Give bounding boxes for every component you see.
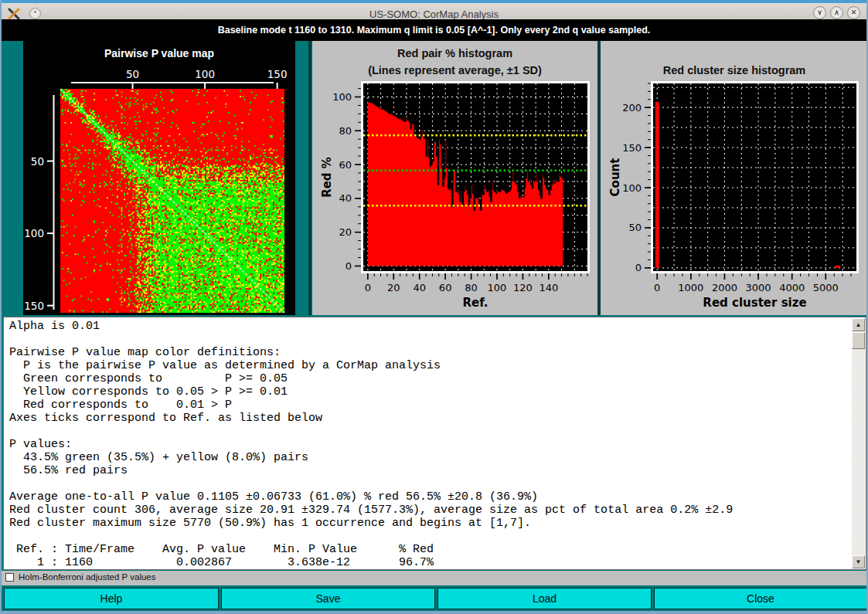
svg-text:Count: Count (608, 158, 622, 197)
checkbox-row: Holm-Bonferroni adjusted P values (2, 571, 866, 585)
svg-text:Red %: Red % (320, 157, 334, 198)
svg-text:150: 150 (622, 142, 642, 154)
status-banner: Baseline mode t 1160 to 1310. Maximum q … (2, 19, 866, 41)
red-pair-plot: 020406080100120140020406080100Ref.Red % (312, 41, 597, 315)
minimize-button[interactable]: ∨ (813, 6, 826, 19)
svg-text:150: 150 (24, 300, 44, 312)
red-pair-panel: Red pair % histogram (Lines represent av… (312, 41, 597, 315)
svg-text:20: 20 (387, 282, 400, 293)
close-button[interactable]: Close (654, 588, 867, 609)
svg-text:0: 0 (365, 282, 371, 293)
svg-text:2000: 2000 (712, 282, 737, 293)
svg-text:100: 100 (195, 68, 215, 80)
svg-text:1000: 1000 (678, 282, 703, 293)
console-scrollbar[interactable]: ▲ ▼ (852, 318, 865, 568)
cluster-panel: Red cluster size histogram 0100020003000… (601, 41, 868, 315)
svg-text:60: 60 (339, 159, 352, 171)
svg-text:4000: 4000 (779, 282, 805, 293)
window-bottom-border (2, 611, 866, 614)
svg-text:0: 0 (635, 262, 642, 273)
panel-divider (308, 41, 311, 315)
svg-text:60: 60 (439, 282, 452, 293)
svg-text:20: 20 (339, 226, 352, 238)
cluster-plot: 010002000300040005000050100150200Red clu… (601, 41, 868, 315)
svg-text:3000: 3000 (746, 282, 771, 293)
svg-text:0: 0 (654, 282, 660, 293)
close-icon[interactable]: ✕ (847, 6, 860, 19)
help-button[interactable]: Help (4, 588, 219, 609)
console-text: Alpha is 0.01 Pairwise P value map color… (4, 317, 866, 569)
svg-text:140: 140 (539, 282, 558, 293)
svg-text:80: 80 (339, 125, 352, 137)
holm-bonferroni-label: Holm-Bonferroni adjusted P values (19, 572, 156, 582)
svg-text:5000: 5000 (813, 282, 839, 293)
svg-text:0: 0 (345, 260, 352, 272)
button-bar: Help Save Load Close (2, 585, 866, 611)
scroll-down-button[interactable]: ▼ (852, 555, 865, 568)
holm-bonferroni-checkbox[interactable] (5, 573, 14, 582)
svg-text:200: 200 (622, 102, 642, 114)
svg-text:50: 50 (126, 68, 139, 80)
save-button[interactable]: Save (221, 588, 435, 609)
svg-text:100: 100 (332, 91, 352, 103)
svg-text:40: 40 (339, 192, 352, 204)
pairwise-map-canvas (60, 89, 284, 313)
svg-text:150: 150 (267, 68, 288, 80)
maximize-button[interactable]: ∧ (830, 6, 843, 19)
svg-text:50: 50 (31, 155, 44, 168)
svg-text:50: 50 (628, 222, 642, 233)
svg-text:80: 80 (465, 282, 478, 293)
window: US-SOMO: CorMap Analysis ∨ ∧ ✕ Baseline … (0, 0, 868, 614)
svg-text:100: 100 (488, 282, 507, 293)
window-title: US-SOMO: CorMap Analysis (2, 8, 866, 20)
titlebar[interactable]: US-SOMO: CorMap Analysis ∨ ∧ ✕ (2, 3, 866, 20)
svg-text:Ref.: Ref. (462, 296, 488, 310)
svg-text:120: 120 (513, 282, 533, 293)
svg-text:100: 100 (24, 227, 44, 239)
load-button[interactable]: Load (437, 588, 652, 609)
svg-text:40: 40 (413, 282, 426, 293)
svg-text:Red cluster size: Red cluster size (703, 296, 806, 310)
scroll-thumb[interactable] (852, 332, 865, 349)
console[interactable]: Alpha is 0.01 Pairwise P value map color… (3, 317, 866, 570)
scroll-up-button[interactable]: ▲ (852, 318, 865, 331)
plots-row: Pairwise P value map 5010015050100150 Re… (2, 41, 866, 315)
svg-text:100: 100 (622, 182, 642, 194)
